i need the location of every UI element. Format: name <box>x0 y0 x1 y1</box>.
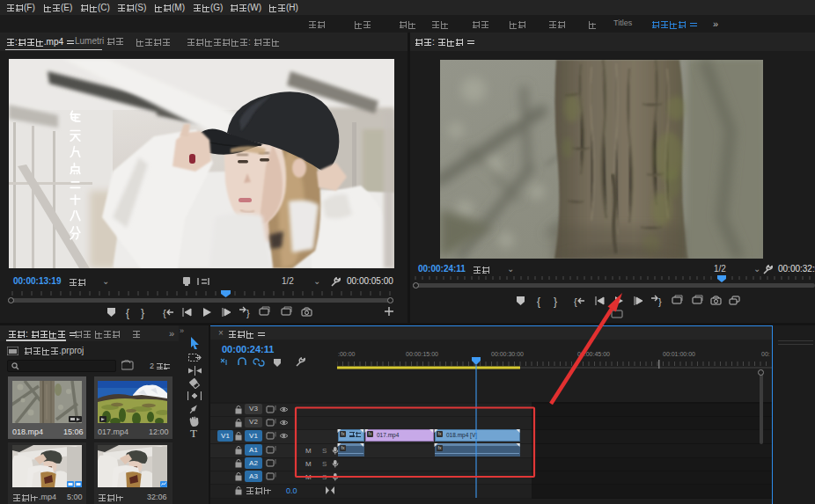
svg-text:}: } <box>658 296 662 307</box>
svg-text:{: { <box>537 296 540 308</box>
svg-text:M: M <box>305 447 312 455</box>
svg-text:}: } <box>554 296 557 308</box>
svg-text:M: M <box>305 460 312 468</box>
svg-text:}: } <box>246 308 250 318</box>
svg-text:M: M <box>305 473 312 481</box>
svg-text:{: { <box>163 308 166 318</box>
svg-text:S: S <box>322 460 327 468</box>
svg-text:S: S <box>322 447 327 455</box>
svg-text:}: } <box>141 307 144 319</box>
svg-text:S: S <box>322 473 327 481</box>
svg-text:{: { <box>126 307 129 319</box>
svg-text:{: { <box>574 296 577 307</box>
